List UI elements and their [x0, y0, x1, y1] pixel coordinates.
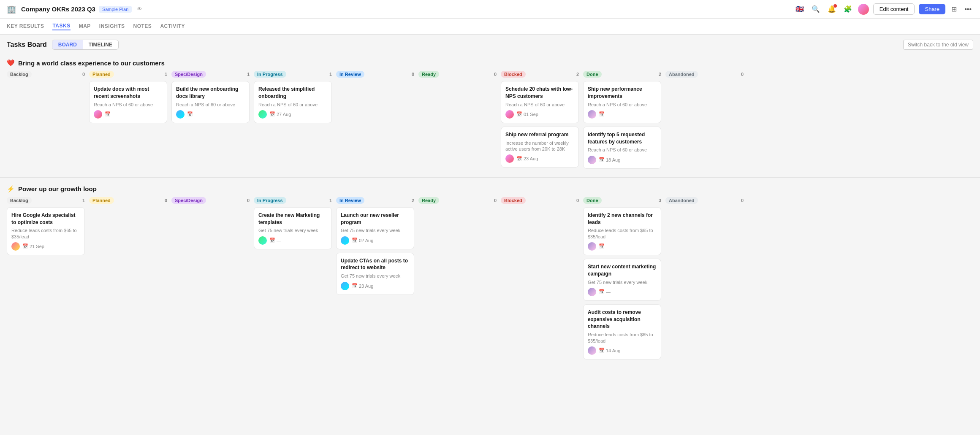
- bell-icon[interactable]: 🔔: [826, 3, 838, 15]
- card-footer-1-7-0: 📅—: [588, 242, 657, 251]
- card-date-1-0-0: 📅21 Sep: [22, 243, 44, 249]
- card-date-1-4-1: 📅23 Aug: [352, 283, 373, 289]
- card-sub-1-7-1: Get 75 new trials every week: [588, 279, 657, 285]
- card-0-7-1[interactable]: Identify top 5 requested features by cus…: [583, 127, 661, 169]
- card-0-1-0[interactable]: Update docs with most recent screenshots…: [89, 81, 167, 123]
- card-title-1-3-0: Create the new Marketing templates: [258, 212, 327, 226]
- col-header-1-2: Spec/Design0: [171, 197, 250, 204]
- col-label-1-3: In Progress: [254, 197, 286, 204]
- card-0-3-0[interactable]: Released the simplified onboarding Reach…: [254, 81, 332, 123]
- nav-insights[interactable]: INSIGHTS: [99, 23, 125, 30]
- column-0-1: Planned1 Update docs with most recent sc…: [89, 71, 167, 172]
- column-0-3: In Progress1 Released the simplified onb…: [254, 71, 332, 172]
- nav-bar: KEY RESULTS TASKS MAP INSIGHTS NOTES ACT…: [0, 19, 980, 35]
- col-header-0-0: Backlog0: [7, 71, 85, 78]
- column-0-6: Blocked2 Schedule 20 chats with low-NPS …: [501, 71, 579, 172]
- col-body-1-3: Create the new Marketing templates Get 7…: [254, 207, 332, 249]
- board-view-button[interactable]: BOARD: [52, 40, 83, 49]
- card-sub-0-7-1: Reach a NPS of 60 or above: [588, 147, 657, 153]
- col-header-0-1: Planned1: [89, 71, 167, 78]
- card-date-0-2-0: 📅—: [187, 111, 199, 117]
- col-body-1-6: [501, 207, 579, 241]
- grid-view-icon[interactable]: ⊞: [950, 3, 958, 15]
- column-0-7: Done2 Ship new performance improvements …: [583, 71, 661, 172]
- nav-tasks[interactable]: TASKS: [52, 23, 70, 30]
- user-avatar[interactable]: [858, 4, 869, 15]
- card-avatar-1-0-0: [11, 242, 20, 251]
- col-count-1-6: 0: [576, 198, 579, 203]
- card-sub-0-3-0: Reach a NPS of 60 or above: [258, 102, 327, 108]
- card-title-1-4-0: Launch our new reseller program: [341, 212, 410, 226]
- okr-group-header-1: ⚡Power up our growth loop: [7, 183, 973, 197]
- col-body-0-5: [418, 81, 497, 115]
- col-label-0-5: Ready: [418, 71, 439, 78]
- col-header-0-4: In Review0: [336, 71, 414, 78]
- col-body-0-7: Ship new performance improvements Reach …: [583, 81, 661, 169]
- col-body-1-0: Hire Google Ads specialist to optimize c…: [7, 207, 85, 255]
- card-1-7-1[interactable]: Start new content marketing campaign Get…: [583, 259, 661, 301]
- col-label-1-6: Blocked: [501, 197, 526, 204]
- card-date-0-6-0: 📅01 Sep: [516, 111, 538, 117]
- card-0-7-0[interactable]: Ship new performance improvements Reach …: [583, 81, 661, 123]
- edit-content-button[interactable]: Edit content: [873, 3, 915, 15]
- col-label-0-0: Backlog: [7, 71, 32, 78]
- col-header-0-6: Blocked2: [501, 71, 579, 78]
- nav-key-results[interactable]: KEY RESULTS: [7, 23, 44, 30]
- calendar-icon-1-4-0: 📅: [352, 238, 358, 243]
- col-body-1-8: [665, 207, 744, 241]
- col-header-1-6: Blocked0: [501, 197, 579, 204]
- card-date-0-7-1: 📅18 Aug: [599, 157, 620, 162]
- col-count-1-3: 1: [329, 198, 332, 203]
- col-header-1-7: Done3: [583, 197, 661, 204]
- col-count-1-8: 0: [741, 198, 744, 203]
- nav-activity[interactable]: ACTIVITY: [160, 23, 185, 30]
- nav-map[interactable]: MAP: [79, 23, 91, 30]
- card-1-3-0[interactable]: Create the new Marketing templates Get 7…: [254, 207, 332, 249]
- column-1-4: In Review2 Launch our new reseller progr…: [336, 197, 414, 363]
- calendar-icon-1-7-2: 📅: [599, 348, 605, 353]
- column-1-0: Backlog1 Hire Google Ads specialist to o…: [7, 197, 85, 363]
- col-count-0-7: 2: [659, 72, 661, 77]
- flag-icon[interactable]: 🇬🇧: [794, 3, 806, 15]
- card-0-2-0[interactable]: Build the new onboarding docs library Re…: [171, 81, 250, 123]
- card-date-1-3-0: 📅—: [269, 238, 281, 243]
- card-date-0-7-0: 📅—: [599, 111, 611, 117]
- card-1-0-0[interactable]: Hire Google Ads specialist to optimize c…: [7, 207, 85, 255]
- col-count-1-5: 0: [494, 198, 497, 203]
- card-footer-1-4-0: 📅02 Aug: [341, 236, 410, 245]
- col-body-1-7: Identify 2 new channels for leads Reduce…: [583, 207, 661, 359]
- card-footer-0-1-0: 📅—: [94, 110, 163, 119]
- col-count-1-7: 3: [659, 198, 661, 203]
- more-options-icon[interactable]: •••: [963, 4, 973, 15]
- calendar-icon-0-6-0: 📅: [516, 111, 522, 117]
- column-1-3: In Progress1 Create the new Marketing te…: [254, 197, 332, 363]
- search-icon[interactable]: 🔍: [810, 3, 822, 15]
- col-header-0-2: Spec/Design1: [171, 71, 250, 78]
- column-1-8: Abandoned0: [665, 197, 744, 363]
- card-date-0-3-0: 📅27 Aug: [269, 111, 291, 117]
- card-1-7-0[interactable]: Identify 2 new channels for leads Reduce…: [583, 207, 661, 255]
- card-avatar-0-6-0: [505, 110, 514, 119]
- nav-notes[interactable]: NOTES: [133, 23, 152, 30]
- card-title-0-7-0: Ship new performance improvements: [588, 86, 657, 100]
- okr-group-0: ❤️Bring a world class experience to our …: [0, 53, 980, 176]
- eye-icon[interactable]: 👁: [137, 6, 142, 12]
- card-footer-1-3-0: 📅—: [258, 236, 327, 245]
- view-toggle: BOARD TIMELINE: [52, 40, 119, 50]
- card-footer-0-6-1: 📅23 Aug: [505, 154, 574, 163]
- share-button[interactable]: Share: [919, 4, 945, 14]
- card-date-1-7-1: 📅—: [599, 289, 611, 295]
- card-date-1-7-0: 📅—: [599, 243, 611, 249]
- card-avatar-0-3-0: [258, 110, 267, 119]
- card-0-6-0[interactable]: Schedule 20 chats with low-NPS customers…: [501, 81, 579, 123]
- col-header-0-3: In Progress1: [254, 71, 332, 78]
- switch-old-view-button[interactable]: Switch back to the old view: [903, 40, 973, 50]
- card-1-4-1[interactable]: Update CTAs on all posts to redirect to …: [336, 253, 414, 295]
- card-0-6-1[interactable]: Ship new referral program Increase the n…: [501, 127, 579, 168]
- card-1-7-2[interactable]: Audit costs to remove expensive acquisit…: [583, 304, 661, 359]
- timeline-view-button[interactable]: TIMELINE: [83, 40, 118, 49]
- card-1-4-0[interactable]: Launch our new reseller program Get 75 n…: [336, 207, 414, 249]
- puzzle-icon[interactable]: 🧩: [842, 3, 854, 15]
- card-title-1-7-1: Start new content marketing campaign: [588, 263, 657, 278]
- card-title-1-7-0: Identify 2 new channels for leads: [588, 212, 657, 226]
